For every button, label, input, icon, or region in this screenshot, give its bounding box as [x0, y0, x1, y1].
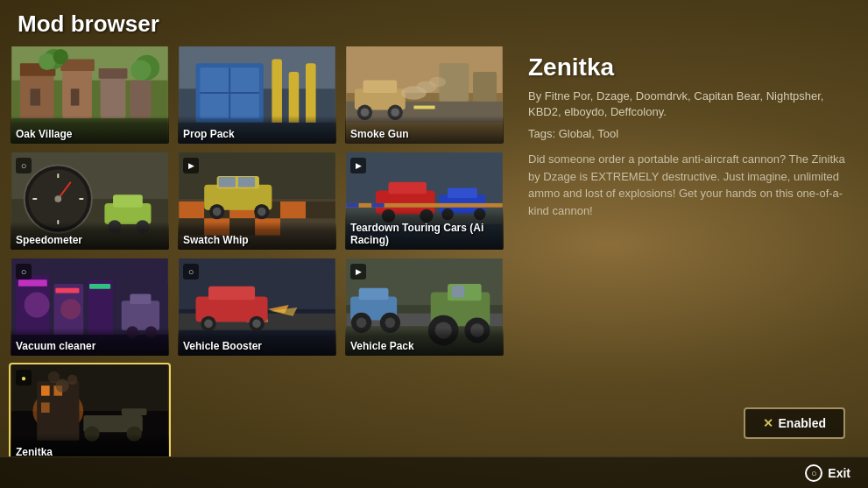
mod-grid: Oak Village [9, 45, 505, 456]
svg-point-96 [60, 299, 81, 319]
vacuum-circle-icon [16, 264, 32, 279]
svg-rect-9 [99, 68, 128, 79]
svg-rect-54 [179, 202, 204, 218]
svg-rect-116 [359, 288, 389, 301]
detail-description: Did someone order a portable anti-aircra… [528, 151, 845, 219]
mod-item-teardown-touring[interactable]: Teardown Touring Cars (Ai Racing) [343, 151, 505, 251]
svg-rect-127 [452, 286, 464, 298]
vehicle-pack-label: Vehicle Pack [345, 328, 504, 356]
exit-circle-icon: ○ [805, 464, 822, 482]
svg-rect-49 [113, 194, 143, 207]
svg-rect-70 [219, 177, 236, 187]
detail-tags: Tags: Global, Tool [528, 127, 845, 140]
main-container: Mod browser [0, 0, 868, 488]
svg-point-12 [39, 53, 55, 70]
svg-point-47 [54, 195, 61, 202]
svg-rect-4 [30, 88, 40, 105]
svg-point-118 [356, 318, 367, 329]
svg-rect-34 [363, 81, 398, 93]
svg-rect-94 [89, 284, 110, 289]
vacuum-cleaner-label: Vacuum cleaner [11, 328, 169, 356]
svg-point-120 [385, 318, 396, 329]
svg-point-41 [429, 77, 446, 88]
svg-rect-133 [41, 385, 50, 396]
svg-rect-86 [371, 203, 384, 208]
svg-rect-8 [101, 76, 126, 118]
svg-rect-84 [346, 203, 358, 208]
svg-rect-98 [122, 301, 159, 330]
zenitka-label: Zenitka [11, 434, 169, 456]
mod-item-prop-pack[interactable]: Prop Pack [176, 45, 338, 145]
smoke-gun-label: Smoke Gun [345, 116, 504, 144]
mod-item-vehicle-booster[interactable]: Vehicle Booster [176, 257, 338, 357]
svg-rect-30 [413, 106, 434, 110]
vehicle-pack-play-icon [350, 264, 366, 279]
mod-item-vehicle-pack[interactable]: Vehicle Pack [343, 257, 505, 357]
speedometer-circle-icon [16, 158, 32, 173]
vehicle-booster-circle-icon [183, 264, 199, 279]
content-area: Oak Village [0, 45, 868, 456]
svg-rect-107 [208, 286, 255, 300]
svg-point-15 [131, 60, 151, 80]
svg-point-13 [53, 49, 68, 64]
detail-panel: Zenitka By Fitne Por, Dzage, Doomdrvk, C… [514, 45, 859, 456]
mod-item-swatch-whip[interactable]: Swatch Whip [176, 151, 338, 251]
authors-prefix: By [528, 89, 545, 103]
enabled-x-icon: ✕ [763, 416, 773, 430]
oak-village-label: Oak Village [11, 116, 169, 144]
speedometer-label: Speedometer [11, 222, 169, 250]
svg-rect-137 [122, 408, 147, 415]
zenitka-yellow-dot-icon [16, 370, 32, 385]
vehicle-booster-label: Vehicle Booster [178, 328, 336, 356]
svg-point-142 [48, 371, 60, 384]
prop-pack-label: Prop Pack [178, 116, 336, 144]
svg-point-67 [213, 208, 222, 216]
teardown-play-icon [350, 158, 366, 173]
detail-authors: By Fitne Por, Dzage, Doomdrvk, Capitan B… [528, 88, 845, 120]
svg-rect-85 [359, 203, 371, 208]
detail-title: Zenitka [528, 53, 845, 81]
svg-point-111 [252, 319, 261, 328]
enabled-label: Enabled [779, 416, 826, 430]
svg-point-95 [25, 293, 50, 318]
exit-label: Exit [828, 466, 850, 480]
svg-rect-93 [55, 288, 79, 294]
enabled-button[interactable]: ✕ Enabled [744, 407, 845, 439]
page-title: Mod browser [0, 0, 868, 45]
svg-rect-80 [448, 188, 477, 199]
svg-rect-99 [130, 294, 151, 305]
svg-rect-58 [280, 202, 306, 218]
svg-rect-7 [71, 88, 80, 105]
exit-button[interactable]: ○ Exit [805, 464, 850, 482]
svg-rect-135 [41, 402, 50, 413]
svg-rect-32 [473, 72, 497, 102]
mod-item-vacuum-cleaner[interactable]: Vacuum cleaner [9, 257, 171, 357]
mod-item-zenitka[interactable]: Zenitka [9, 363, 171, 456]
svg-rect-59 [306, 202, 335, 218]
svg-rect-92 [18, 279, 47, 286]
swatch-whip-label: Swatch Whip [178, 222, 336, 250]
svg-point-141 [67, 375, 78, 385]
svg-point-69 [258, 208, 266, 216]
mod-item-speedometer[interactable]: Speedometer [9, 151, 171, 251]
detail-spacer [528, 226, 845, 400]
authors-list: Fitne Por, Dzage, Doomdrvk, Capitan Bear… [528, 89, 823, 118]
svg-rect-71 [238, 177, 255, 187]
bottom-bar: ○ Exit [0, 456, 868, 488]
svg-rect-76 [388, 182, 426, 194]
teardown-touring-label: Teardown Touring Cars (Ai Racing) [345, 209, 504, 250]
swatch-whip-play-icon [183, 158, 199, 173]
svg-point-109 [204, 319, 213, 328]
svg-rect-10 [130, 81, 151, 118]
mod-item-oak-village[interactable]: Oak Village [9, 45, 171, 145]
mod-item-smoke-gun[interactable]: Smoke Gun [343, 45, 505, 145]
